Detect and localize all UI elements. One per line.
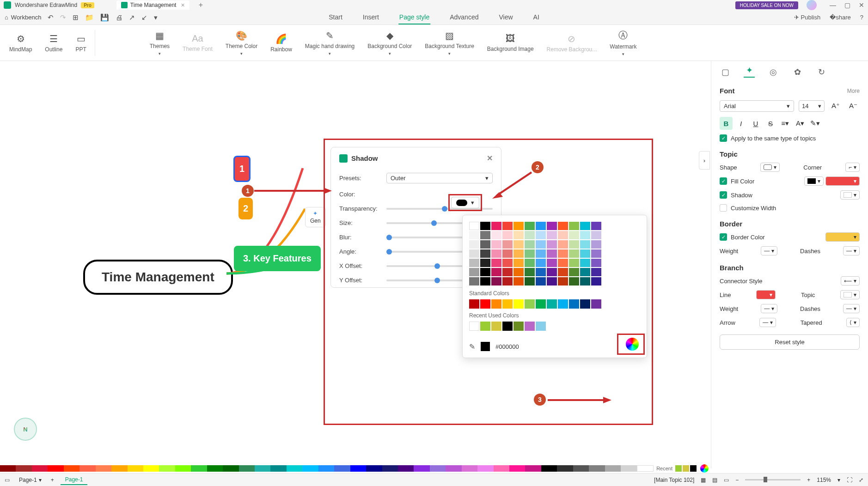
bold-button[interactable]: B [720,117,733,130]
panel-tab-icon[interactable]: ✿ [792,67,803,78]
align-button[interactable]: ≡▾ [779,117,792,130]
border-color-checkbox[interactable]: ✓ [720,233,727,241]
ribbon-mindmap[interactable]: ⚙MindMap [3,31,38,55]
decrease-font-button[interactable]: A⁻ [847,99,860,112]
more-button[interactable]: ▾ [154,13,158,22]
corner-select[interactable]: ⌐▾ [845,163,860,172]
reset-style-button[interactable]: Reset style [720,334,860,350]
central-topic[interactable]: Time Management [83,260,233,295]
layout-icon-2[interactable]: ▤ [712,477,717,483]
popup-close-button[interactable]: ✕ [487,154,493,163]
ribbon-ppt[interactable]: ▭PPT [69,31,92,55]
font-size-select[interactable]: 14▾ [799,100,825,112]
subtopic-3[interactable]: 3. Key Features [234,246,321,271]
ribbon-bg-texture[interactable]: ▨Background Texture▾ [418,28,481,58]
tab-ai[interactable]: AI [532,11,540,24]
share-button[interactable]: �share share [830,14,851,21]
ai-assistant-button[interactable]: N [14,418,37,441]
undo-button[interactable]: ↶ [48,13,54,22]
help-button[interactable]: ? [860,14,863,21]
zoom-out-button[interactable]: − [735,477,739,483]
color-cell[interactable] [547,222,557,230]
font-color-button[interactable]: A▾ [794,117,807,130]
layout-icon-3[interactable]: ▭ [724,477,729,483]
new-button[interactable]: ⊞ [73,13,79,22]
tab-start[interactable]: Start [328,11,343,24]
print-button[interactable]: 🖨 [116,13,122,22]
redo-button[interactable]: ↷ [60,13,66,22]
ribbon-watermark[interactable]: ⒶWatermark▾ [603,27,643,58]
custom-width-checkbox[interactable] [720,204,727,212]
save-button[interactable]: 💾 [100,13,109,22]
ribbon-bg-color[interactable]: ◆Background Color▾ [361,28,418,58]
profile-avatar[interactable] [807,0,817,10]
maximize-button[interactable]: ▢ [844,1,850,9]
eyedropper-button[interactable]: ✎ [469,342,475,351]
presets-select[interactable]: Outer▾ [386,173,493,183]
shadow-select[interactable]: ▾ [840,190,860,200]
border-color-select[interactable]: ▾ [825,232,860,242]
fill-color-select[interactable]: ▾ [825,176,860,186]
tapered-select[interactable]: ⟨▾ [846,318,860,327]
topic-color-select[interactable]: ▾ [840,290,860,299]
document-tab[interactable]: Time Management × [116,0,189,10]
zoom-in-button[interactable]: + [807,477,810,483]
apply-same-checkbox[interactable]: ✓ [720,134,727,142]
close-button[interactable]: ✕ [859,1,864,9]
zoom-level[interactable]: 115% [817,477,831,483]
color-cell[interactable] [536,222,546,230]
color-cell[interactable] [491,222,501,230]
branch-weight-select[interactable]: —▾ [761,304,777,313]
color-cell[interactable] [480,222,490,230]
tab-insert[interactable]: Insert [362,11,380,24]
shadow-checkbox[interactable]: ✓ [720,191,727,199]
tab-close-icon[interactable]: × [181,1,184,9]
fill-type-select[interactable]: ▾ [804,176,824,186]
zoom-slider[interactable] [745,479,801,480]
branch-dashes-select[interactable]: —▾ [843,304,860,313]
import-button[interactable]: ↙ [141,13,147,22]
page-tab-1[interactable]: Page-1 [61,475,88,485]
ribbon-themes[interactable]: ▦Themes▾ [143,28,176,58]
font-more-link[interactable]: More [847,88,860,94]
panel-tab-format[interactable]: ✦ [744,67,755,78]
fit-button[interactable]: ⛶ [847,477,852,483]
workbench-button[interactable]: ⌂ Workbench [5,14,41,21]
open-button[interactable]: 📁 [85,13,94,22]
arrow-select[interactable]: —▾ [759,318,776,327]
connector-select[interactable]: ⟵▾ [841,276,860,286]
subtopic-1[interactable]: 1 [233,156,251,182]
publish-button[interactable]: ✈ Publish [794,14,820,21]
ribbon-remove-bg[interactable]: ⊘Remove Backgrou... [540,31,604,55]
add-tab-button[interactable]: + [199,1,203,9]
ribbon-outline[interactable]: ☰Outline [38,31,69,55]
tab-advanced[interactable]: Advanced [449,11,479,24]
ribbon-magic[interactable]: ✎Magic hand drawing▾ [299,28,361,58]
border-weight-select[interactable]: —▾ [761,246,777,255]
panel-collapse-button[interactable]: › [699,151,710,170]
color-cell[interactable] [513,222,524,230]
color-cell[interactable] [591,222,601,230]
ribbon-theme-font[interactable]: AaTheme Font [176,31,219,54]
ribbon-bg-image[interactable]: 🖼Background Image [481,31,540,54]
shape-select[interactable]: ▾ [760,163,780,172]
page-select[interactable]: Page-1▾ [16,476,44,484]
color-cell[interactable] [569,222,579,230]
fillcolor-checkbox[interactable]: ✓ [720,177,727,185]
strike-button[interactable]: S [764,117,777,130]
font-family-select[interactable]: Arial▾ [720,100,794,112]
quick-colors[interactable] [0,465,654,472]
shadow-color-button[interactable]: ▾ [451,197,479,208]
color-wheel-button[interactable] [626,338,639,351]
color-cell[interactable] [469,222,479,230]
underline-button[interactable]: U [749,117,762,130]
ai-generate-button[interactable]: ✦ Gen [305,207,326,227]
panel-tab-tag[interactable]: ◎ [768,67,779,78]
subtopic-2[interactable]: 2 [238,198,253,219]
tab-view[interactable]: View [498,11,513,24]
panel-tab-history[interactable]: ↻ [816,67,827,78]
border-dashes-select[interactable]: —▾ [843,246,860,255]
italic-button[interactable]: I [734,117,747,130]
ribbon-rainbow[interactable]: 🌈Rainbow [264,31,299,55]
color-cell[interactable] [525,222,535,230]
